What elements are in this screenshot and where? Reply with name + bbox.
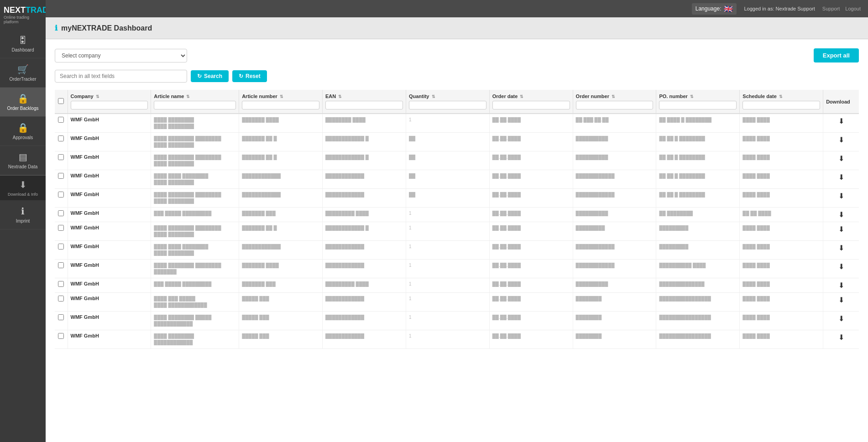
order-date-sort-icon[interactable]: ⇅ [520,94,523,99]
row-checkbox[interactable] [58,244,64,250]
cell-article-number: ███████ ██ █ [239,133,323,151]
company-select[interactable]: Select company [55,49,187,62]
download-icon[interactable]: ⬇ [838,263,844,270]
download-icon[interactable]: ⬇ [838,211,844,218]
ean-sort-icon[interactable]: ⇅ [338,94,342,99]
search-button-label: Search [204,73,222,79]
table-row: WMF GmbH███ █████ ████████████████ █████… [55,278,859,293]
cell-order-number: ████████████ [573,260,656,278]
cell-download: ⬇ [823,241,859,260]
table-row: WMF GmbH████ ████████████ ██████████████… [55,114,859,133]
order-number-filter-input[interactable] [576,101,654,109]
order-number-sort-icon[interactable]: ⇅ [612,94,615,99]
download-icon[interactable]: ⬇ [838,173,844,181]
topbar: Language: 🇬🇧 Logged in as: Nextrade Supp… [46,0,868,17]
cell-download: ⬇ [823,293,859,312]
quantity-filter-input[interactable] [409,101,486,109]
cell-quantity: 1 [406,293,489,312]
col-ean-label: EAN ⇅ [325,94,342,99]
row-checkbox-cell [55,241,68,260]
row-checkbox[interactable] [58,333,64,339]
sidebar-item-downloadinfo[interactable]: ⬇ Download & Info [0,175,46,200]
row-checkbox-cell [55,151,68,170]
search-row: ↻ Search ↻ Reset [55,70,859,83]
cell-order-number: █████████ [573,222,656,241]
sidebar-item-imprint[interactable]: ℹ Imprint [0,200,46,229]
row-checkbox-cell [55,278,68,293]
cell-quantity: 1 [406,260,489,278]
row-checkbox[interactable] [58,210,64,216]
company-filter-input[interactable] [71,101,148,109]
ean-filter-input[interactable] [325,101,403,109]
download-icon[interactable]: ⬇ [838,281,844,289]
download-icon[interactable]: ⬇ [838,155,844,162]
logout-link[interactable]: Logout [845,6,861,11]
cell-download: ⬇ [823,114,859,133]
download-icon[interactable]: ⬇ [838,136,844,144]
download-icon[interactable]: ⬇ [838,117,844,125]
cell-article-number: ███████ ██ █ [239,222,323,241]
table-row: WMF GmbH████ ████████ ████████████ █████… [55,189,859,208]
row-checkbox[interactable] [58,281,64,287]
schedule-date-sort-icon[interactable]: ⇅ [779,94,783,99]
cell-schedule-date: ████ ████ [740,133,823,151]
orderbacklogs-icon: 🔒 [17,93,29,104]
download-icon[interactable]: ⬇ [838,333,844,341]
reset-button[interactable]: ↻ Reset [232,70,267,82]
cell-schedule-date: ████ ████ [740,278,823,293]
row-checkbox[interactable] [58,154,64,160]
article-name-sort-icon[interactable]: ⇅ [186,94,190,99]
col-order-number: Order number ⇅ [573,90,656,114]
article-name-filter-input[interactable] [154,101,236,109]
row-checkbox[interactable] [58,314,64,320]
logo-trade: TRADE [26,5,46,15]
download-icon[interactable]: ⬇ [838,296,844,304]
order-date-filter-input[interactable] [492,101,570,109]
cell-ean: ████████████ [323,189,406,208]
support-link[interactable]: Support [822,6,840,11]
export-all-button[interactable]: Export all [814,48,859,62]
sidebar-item-ordertracker[interactable]: 🛒 OrderTracker [0,58,46,88]
row-checkbox[interactable] [58,192,64,198]
ordertracker-icon: 🛒 [17,64,29,75]
article-number-filter-input[interactable] [242,101,319,109]
search-button[interactable]: ↻ Search [191,70,229,82]
cell-quantity: 1 [406,241,489,260]
cell-po-number: ██ ██ █ ████████ [656,151,740,170]
quantity-sort-icon[interactable]: ⇅ [432,94,435,99]
article-number-sort-icon[interactable]: ⇅ [280,94,283,99]
row-checkbox-cell [55,312,68,330]
sidebar-item-nextradedata[interactable]: ▤ Nextrade Data [0,146,46,175]
cell-po-number: ██ ██ █ ████████ [656,170,740,189]
cell-company: WMF GmbH [68,170,151,189]
search-input[interactable] [55,70,187,83]
sidebar-item-dashboard[interactable]: 🎛 Dashboard [0,30,46,58]
row-checkbox[interactable] [58,262,64,268]
po-number-filter-input[interactable] [659,101,737,109]
select-all-checkbox[interactable] [58,98,64,104]
company-sort-icon[interactable]: ⇅ [96,94,99,99]
row-checkbox[interactable] [58,173,64,179]
row-checkbox[interactable] [58,296,64,302]
po-number-sort-icon[interactable]: ⇅ [690,94,694,99]
cell-quantity: 1 [406,278,489,293]
table-row: WMF GmbH████ ████████ ████████████ █████… [55,133,859,151]
cell-company: WMF GmbH [68,330,151,349]
table-row: WMF GmbH████ ████████ ████████████ █████… [55,151,859,170]
sidebar-item-approvals[interactable]: 🔒 Approvals [0,117,46,146]
row-checkbox[interactable] [58,117,64,123]
download-icon[interactable]: ⬇ [838,192,844,200]
schedule-date-filter-input[interactable] [743,101,820,109]
cell-quantity: 1 [406,222,489,241]
download-icon[interactable]: ⬇ [838,315,844,322]
download-icon[interactable]: ⬇ [838,225,844,233]
row-checkbox[interactable] [58,135,64,141]
language-selector[interactable]: Language: 🇬🇧 [692,3,737,15]
cell-order-number: ██████████ [573,151,656,170]
cell-quantity: 1 [406,330,489,349]
cell-article-number: █████ ███ [239,293,323,312]
cell-article-name: ████ ████████ ███████████████ [151,260,239,278]
row-checkbox[interactable] [58,225,64,231]
download-icon[interactable]: ⬇ [838,244,844,252]
sidebar-item-orderbacklogs[interactable]: 🔒 Order Backlogs [0,88,46,117]
